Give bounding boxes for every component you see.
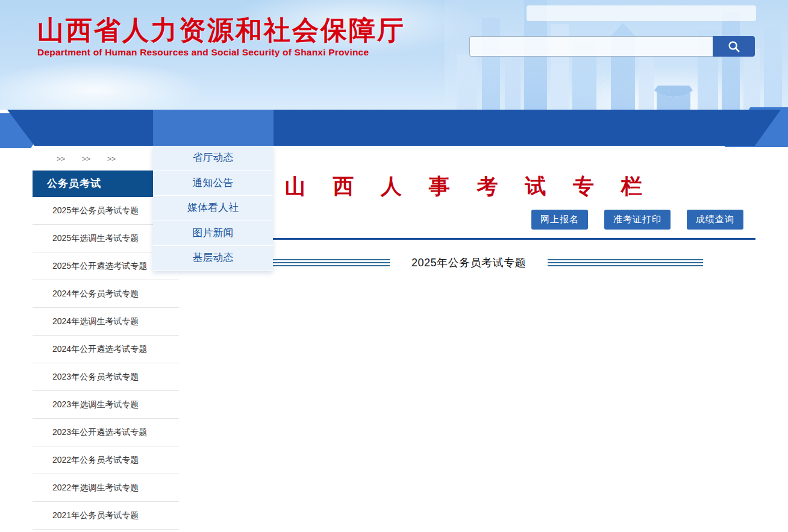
- search-bar: [469, 36, 755, 57]
- dropdown-menu-item[interactable]: 省厅动态: [153, 146, 273, 171]
- nav-item[interactable]: [635, 110, 755, 146]
- news-row: [217, 383, 755, 404]
- breadcrumb-link[interactable]: [48, 154, 73, 163]
- news-row: [217, 361, 755, 383]
- breadcrumb-link[interactable]: [73, 154, 99, 163]
- dropdown-menu-item[interactable]: 图片新闻: [153, 221, 273, 246]
- dropdown-menu-item[interactable]: 媒体看人社: [153, 196, 273, 221]
- news-row: [217, 340, 755, 361]
- breadcrumb-link[interactable]: [99, 154, 124, 163]
- content-area: 公务员考试 2025年公务员考试专题2025年选调生考试专题2025年公开遴选考…: [33, 146, 755, 530]
- search-button[interactable]: [713, 36, 755, 57]
- nav-item[interactable]: [394, 110, 514, 146]
- nav-dropdown-menu: 省厅动态通知公告媒体看人社图片新闻基层动态: [153, 146, 273, 271]
- site-header: 山西省人力资源和社会保障厅 Department of Human Resour…: [0, 0, 788, 110]
- nav-item[interactable]: [153, 110, 274, 146]
- search-input[interactable]: [469, 36, 713, 57]
- sidebar-item[interactable]: 2022年选调生考试专题: [33, 474, 179, 502]
- sidebar-item[interactable]: 2024年公开遴选考试专题: [33, 336, 179, 363]
- sidebar-item[interactable]: 2021年公务员考试专题: [33, 502, 179, 530]
- page: 山西省人力资源和社会保障厅 Department of Human Resour…: [0, 0, 788, 530]
- main-navigation: [0, 110, 788, 146]
- nav-item[interactable]: [274, 110, 394, 146]
- site-title: 山西省人力资源和社会保障厅: [37, 16, 405, 45]
- news-row: [217, 425, 755, 446]
- news-row: [217, 488, 755, 509]
- sidebar-item[interactable]: 2024年公务员考试专题: [33, 280, 179, 308]
- news-row: [217, 467, 755, 488]
- sidebar-item[interactable]: 2023年公务员考试专题: [33, 363, 179, 391]
- action-button[interactable]: 成绩查询: [687, 210, 743, 230]
- news-row: [217, 404, 755, 425]
- news-row: [217, 446, 755, 467]
- action-button[interactable]: 准考证打印: [604, 210, 671, 230]
- search-icon: [727, 40, 740, 53]
- nav-item[interactable]: [514, 110, 635, 146]
- sidebar-item[interactable]: 2023年选调生考试专题: [33, 391, 179, 419]
- site-logo[interactable]: 山西省人力资源和社会保障厅 Department of Human Resour…: [37, 16, 405, 58]
- news-row: [217, 277, 755, 298]
- news-list: [182, 277, 755, 530]
- news-row: [217, 298, 755, 319]
- site-subtitle: Department of Human Resources and Social…: [37, 47, 405, 58]
- action-button[interactable]: 网上报名: [531, 210, 588, 230]
- sidebar-item[interactable]: 2023年公开遴选考试专题: [33, 419, 179, 446]
- dropdown-menu-item[interactable]: 通知公告: [153, 171, 273, 196]
- decorative-lines-right: [548, 259, 703, 266]
- news-row: [217, 509, 755, 530]
- section-title: 2025年公务员考试专题: [411, 255, 526, 270]
- news-row: [217, 319, 755, 340]
- nav-item[interactable]: [33, 110, 153, 146]
- weather-ticker: [527, 5, 756, 21]
- dropdown-menu-item[interactable]: 基层动态: [153, 246, 273, 271]
- sidebar-item[interactable]: 2022年公务员考试专题: [33, 446, 179, 474]
- breadcrumb: [33, 146, 755, 168]
- sidebar-item[interactable]: 2024年选调生考试专题: [33, 308, 179, 336]
- nav-bar: [0, 110, 788, 146]
